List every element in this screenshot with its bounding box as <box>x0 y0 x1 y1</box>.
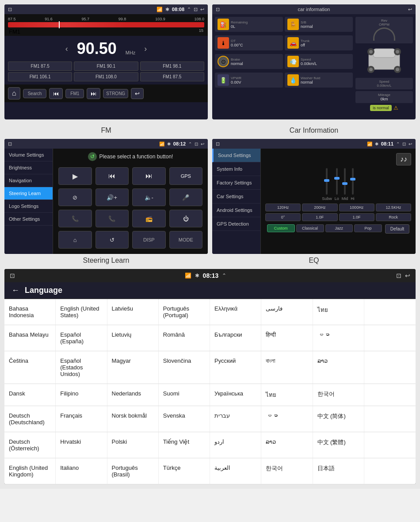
lang-cell-2-0[interactable]: Čeština <box>4 351 56 384</box>
sidebar-steering-learn[interactable]: Steering Learn <box>4 187 53 200</box>
lang-cell-4-1[interactable]: Français <box>56 406 107 432</box>
strong-btn[interactable]: STRONG <box>103 89 128 98</box>
call-btn[interactable]: 📞 <box>58 210 92 227</box>
preset-custom[interactable]: Custom <box>267 224 295 232</box>
steering-home-btn[interactable]: ⌂ <box>58 231 92 249</box>
sidebar-volume-settings[interactable]: Volume Settings <box>4 149 53 161</box>
lang-cell-3-0[interactable]: Dansk <box>4 384 56 406</box>
search-btn[interactable]: Search <box>23 89 47 98</box>
mode-btn[interactable]: MODE <box>169 231 203 249</box>
lang-cell-2-2[interactable]: Magyar <box>107 351 159 384</box>
val-1f-1[interactable]: 1.0F <box>302 213 337 221</box>
next-btn[interactable]: ⏭ <box>87 88 100 99</box>
steering-back-btn[interactable]: ↺ <box>95 231 129 249</box>
power-btn[interactable]: ⏻ <box>169 210 203 227</box>
sidebar-navigation[interactable]: Navigation <box>4 174 53 187</box>
lang-cell-6-1[interactable]: Italiano <box>56 458 107 484</box>
lang-cell-4-3[interactable]: Svenska <box>159 406 210 432</box>
disp-btn[interactable]: DISP <box>132 231 166 249</box>
val-1f-2[interactable]: 1.0F <box>339 213 374 221</box>
lang-cell-1-3[interactable]: Română <box>159 325 210 351</box>
freq-200hz[interactable]: 200Hz <box>302 203 337 211</box>
lang-cell-5-3[interactable]: Tiếng Việt <box>159 432 210 458</box>
radio-btn[interactable]: 📻 <box>132 210 166 227</box>
preset-pop[interactable]: Pop <box>354 224 382 232</box>
lang-cell-3-6[interactable]: 한국어 <box>313 384 364 406</box>
lang-cell-3-5[interactable]: ไทย <box>261 384 313 406</box>
lang-cell-5-5[interactable]: ລາວ <box>261 432 313 458</box>
lang-back-btn[interactable]: ← <box>11 286 19 295</box>
freq-slider-track[interactable] <box>8 22 204 27</box>
mic-btn[interactable]: 🎤 <box>169 188 203 206</box>
lang-cell-4-0[interactable]: Deutsch (Deutschland) <box>4 406 56 432</box>
lang-cell-2-3[interactable]: Slovenčina <box>159 351 210 384</box>
lang-cell-1-0[interactable]: Bahasa Melayu <box>4 325 56 351</box>
vol-up-btn[interactable]: 🔊+ <box>95 188 129 206</box>
freq-12khz[interactable]: 12.5KHz <box>376 203 411 211</box>
preset-classical[interactable]: Classical <box>296 224 324 232</box>
lang-cell-5-1[interactable]: Hrvatski <box>56 432 107 458</box>
eq-default-btn[interactable]: Default <box>385 224 409 234</box>
preset-jazz[interactable]: Jazz <box>325 224 353 232</box>
mid-track[interactable] <box>344 168 346 195</box>
freq-right-btn[interactable]: › <box>144 44 147 54</box>
lang-cell-1-4[interactable]: Български <box>210 325 261 351</box>
lang-cell-1-5[interactable]: हिन्दी <box>261 325 313 351</box>
lang-cell-5-4[interactable]: اردو <box>210 432 261 458</box>
gps-btn[interactable]: GPS <box>169 167 203 185</box>
eq-gps-detection[interactable]: GPS Detection <box>212 217 260 231</box>
lang-cell-4-2[interactable]: Norsk bokmål <box>107 406 159 432</box>
lang-cell-1-6[interactable]: ဗမာ <box>313 325 364 351</box>
lang-cell-6-6[interactable]: 日本語 <box>313 458 364 484</box>
lang-cell-4-4[interactable]: עברית <box>210 406 261 432</box>
lang-cell-0-2[interactable]: Latviešu <box>107 299 159 325</box>
lang-cell-0-6[interactable]: ไทย <box>313 299 364 325</box>
eq-system-info[interactable]: System Info <box>212 162 260 176</box>
hangup-btn[interactable]: 📞 <box>95 210 129 227</box>
lang-cell-3-3[interactable]: Suomi <box>159 384 210 406</box>
lang-cell-2-4[interactable]: Русский <box>210 351 261 384</box>
preset-6[interactable]: FM1 87.5 <box>140 72 204 81</box>
preset-3[interactable]: FM1 98.1 <box>140 61 204 71</box>
prev-track-btn[interactable]: ⏮ <box>95 167 129 185</box>
eq-car-settings[interactable]: Car Settings <box>212 190 260 203</box>
car-back-icon[interactable]: ↩ <box>408 7 412 12</box>
val-0deg[interactable]: 0° <box>265 213 301 221</box>
lang-cell-0-0[interactable]: Bahasa Indonesia <box>4 299 56 325</box>
lang-cell-3-4[interactable]: Українська <box>210 384 261 406</box>
lang-cell-6-5[interactable]: 한국어 <box>261 458 313 484</box>
fm-back-btn[interactable]: ↩ <box>131 88 144 99</box>
lang-cell-6-0[interactable]: English (United Kingdom) <box>4 458 56 484</box>
lang-cell-4-5[interactable]: ဗမာ <box>261 406 313 432</box>
lang-cell-5-6[interactable]: 中文 (繁體) <box>313 432 364 458</box>
preset-5[interactable]: FM1 108.0 <box>74 72 138 81</box>
vol-down-btn[interactable]: 🔈- <box>132 188 166 206</box>
preset-1[interactable]: FM1 87.5 <box>8 61 72 71</box>
lang-cell-6-3[interactable]: Türkçe <box>159 458 210 484</box>
lang-cell-5-2[interactable]: Polski <box>107 432 159 458</box>
lang-cell-0-3[interactable]: Português (Portugal) <box>159 299 210 325</box>
hi-track[interactable] <box>352 168 354 195</box>
lang-cell-1-2[interactable]: Lietuvių <box>107 325 159 351</box>
preset-2[interactable]: FM1 90.1 <box>74 61 138 71</box>
play-btn[interactable]: ▶ <box>58 167 92 185</box>
sidebar-other-settings[interactable]: Other Settings <box>4 213 53 226</box>
lo-track[interactable] <box>336 168 338 195</box>
lang-cell-6-4[interactable]: العربية <box>210 458 261 484</box>
mute-btn[interactable]: ⊘ <box>58 188 92 206</box>
lang-back-icon[interactable]: ↩ <box>405 272 410 279</box>
freq-1000hz[interactable]: 1000Hz <box>339 203 374 211</box>
next-track-btn[interactable]: ⏭ <box>132 167 166 185</box>
lang-cell-0-5[interactable]: فارسی <box>261 299 313 325</box>
sidebar-logo-settings[interactable]: Logo Settings <box>4 200 53 213</box>
eq-music-btn[interactable]: ♪♪ <box>396 153 411 165</box>
lang-cell-1-1[interactable]: Español (España) <box>56 325 107 351</box>
freq-120hz[interactable]: 120Hz <box>265 203 301 211</box>
val-rock[interactable]: Rock <box>376 213 411 221</box>
refresh-icon[interactable]: ↺ <box>88 152 97 161</box>
eq-sound-settings[interactable]: Sound Settings <box>212 149 260 162</box>
prev-btn[interactable]: ⏮ <box>49 88 63 99</box>
lang-cell-2-6[interactable]: ລາວ <box>313 351 364 384</box>
lang-cell-5-0[interactable]: Deutsch (Österreich) <box>4 432 56 458</box>
lang-cell-3-1[interactable]: Filipino <box>56 384 107 406</box>
